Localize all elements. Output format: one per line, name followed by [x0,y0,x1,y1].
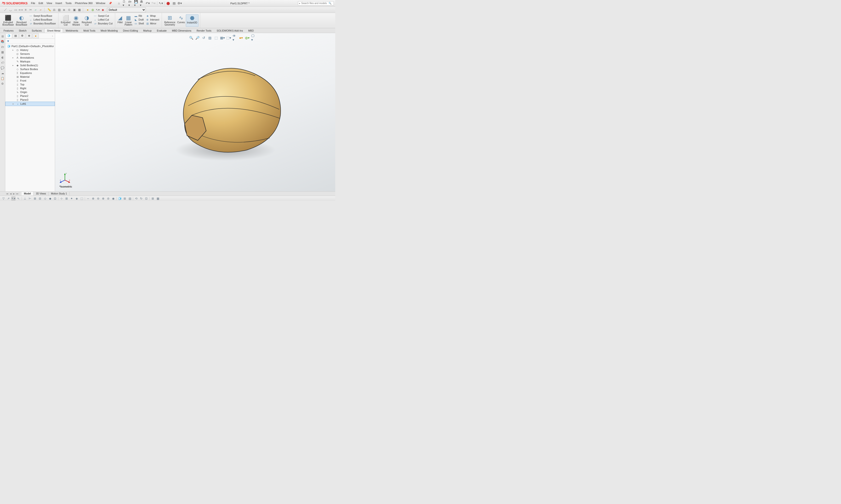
qat-dim-icon[interactable]: ⟷ [18,8,23,12]
zoom-area-icon[interactable]: 🔎 [195,35,200,40]
mirror-button[interactable]: ▥Mirror [146,22,159,25]
sb-misc6-icon[interactable]: ◉ [111,197,115,200]
zoom-fit-icon[interactable]: 🔍 [189,35,194,40]
extruded-boss-button[interactable]: ⬛ExtrudedBoss/Base [1,14,15,27]
qat-display-icon[interactable]: ◆ [101,8,105,12]
tab-moldtools[interactable]: Mold Tools [81,28,98,33]
qat-datum-icon[interactable]: ▣ [72,8,76,12]
menu-photoview[interactable]: PhotoView 360 [75,2,93,5]
btab-next-icon[interactable]: ▶ [13,193,16,195]
rail-file-explorer-icon[interactable]: 🗁 [1,45,4,49]
display-state-select[interactable]: Default [107,7,146,12]
menu-view[interactable]: View [47,2,52,5]
bottom-tab-3dviews[interactable]: 3D Views [34,192,49,195]
rail-custom-props-icon[interactable]: 🏷 [1,61,4,65]
tab-rendertools[interactable]: Render Tools [194,28,214,33]
qat-balloon-icon[interactable]: ⊙ [67,8,71,12]
qat-arc-icon[interactable]: ◡ [8,8,13,12]
btab-first-icon[interactable]: ⏮ [6,193,9,195]
bottom-tab-model[interactable]: Model [21,192,34,195]
tree-item-equations[interactable]: ΣEquations [5,71,55,75]
sb-grid3-icon[interactable]: ✦ [70,197,73,200]
sb-end2-icon[interactable]: ▦ [156,197,160,200]
options-panel-icon[interactable]: ▤ [172,1,176,5]
extruded-cut-button[interactable]: ⬜ExtrudedCut [60,14,71,27]
sb-snap5-icon[interactable]: ◇ [43,197,47,200]
tree-item-sensors[interactable]: ◎Sensors [5,52,55,56]
section-view-icon[interactable]: ▨ [208,35,212,40]
search-box[interactable]: ▸ 🔍 [298,1,334,5]
tab-directediting[interactable]: Direct Editing [120,28,141,33]
rail-cloud-icon[interactable]: ☁ [1,71,4,75]
rebuild-icon[interactable]: ⬤ [166,1,171,5]
tree-item-plane2[interactable]: ▯Plane2 [5,94,55,98]
rail-view-palette-icon[interactable]: ▦ [1,50,4,54]
boundary-boss-button[interactable]: ▱Boundary Boss/Base [29,22,56,25]
linear-pattern-button[interactable]: ▦LinearPattern [123,14,133,27]
rail-appearances-icon[interactable]: ◐ [1,55,4,59]
tab-features[interactable]: Features [1,28,16,33]
rib-button[interactable]: ▬Rib [134,14,144,18]
tree-tab-display-icon[interactable]: ● [33,34,39,38]
select-icon[interactable]: ↖▾ [159,1,163,5]
settings-icon[interactable]: ⚙▾ [178,1,182,5]
apply-scene-icon[interactable]: ●▾ [239,35,243,40]
tree-item-annotations[interactable]: ▸AAnnotations [5,56,55,59]
sb-cursor-icon[interactable]: ↖▾ [12,197,15,200]
tree-filter[interactable]: ▼ [5,39,55,44]
qat-rect-icon[interactable]: ▭ [13,8,18,12]
menu-file[interactable]: File [31,2,35,5]
tree-item-history[interactable]: ▸◷History [5,48,55,52]
undo-icon[interactable]: ↶▾ [145,1,150,5]
sb-part-icon[interactable]: 🧊 [118,197,122,200]
home-icon[interactable]: ⌂ [117,1,121,5]
tab-weldments[interactable]: Weldments [63,28,81,33]
qat-rel-icon[interactable]: ≡ [23,8,28,12]
menu-window[interactable]: Window [96,2,105,5]
tree-item-origin[interactable]: ↳Origin [5,90,55,94]
qat-select-icon[interactable]: ↖▾ [96,8,100,12]
tree-item-plane3[interactable]: ▯Plane3 [5,98,55,102]
open-doc-icon[interactable]: 🗁▾ [128,1,133,5]
tree-tab-feature-icon[interactable]: 🧊 [6,34,12,38]
instant3d-button[interactable]: ⬣Instant3D [186,14,199,27]
tree-tab-dim-icon[interactable]: ⊕ [26,34,32,38]
tree-item-markups[interactable]: ✎Markups [5,59,55,64]
qat-note-icon[interactable]: 🗈 [62,8,66,12]
qat-sketch-icon[interactable]: ⌐ [34,8,38,12]
tree-collapse-icon[interactable]: › [51,34,54,37]
tree-item-surface-bodies[interactable]: ◇Surface Bodies [5,67,55,71]
hide-show-icon[interactable]: ⬚▾ [226,35,231,40]
view-triad[interactable]: Y X Z [59,172,70,183]
expand-icon[interactable]: ▸ [13,103,15,105]
sb-rebuild-icon[interactable]: ↻ [139,197,143,200]
expand-icon[interactable]: ▸ [13,49,15,51]
tab-evaluate[interactable]: Evaluate [154,28,169,33]
screen-capture-icon[interactable]: 🖵▾ [251,35,256,40]
sb-unit-icon[interactable]: ⟲ [134,197,138,200]
new-doc-icon[interactable]: 🗋▾ [123,1,127,5]
draft-button[interactable]: ◣Draft [134,18,144,21]
sb-snap1-icon[interactable]: ⊥ [23,197,27,200]
sb-misc4-icon[interactable]: ⊗ [101,197,105,200]
graphics-viewport[interactable]: 🔍 🔎 ↺ ▨ ⬚ ▦▾ ⬚▾ 👁▾ ●▾ ◍▾ 🖵▾ [55,33,335,191]
rail-design-lib-icon[interactable]: 📚 [1,40,4,43]
pin-icon[interactable]: 📌 [109,2,112,5]
menu-insert[interactable]: Insert [55,2,62,5]
btab-prev-icon[interactable]: ◀ [9,193,13,195]
lofted-boss-button[interactable]: ⬨Lofted Boss/Base [29,18,56,21]
revolved-boss-button[interactable]: ◐RevolvedBoss/Base [15,14,28,27]
sb-grid1-icon[interactable]: ⊹ [59,197,64,200]
qat-appearance-icon[interactable]: ● [85,8,90,12]
intersect-button[interactable]: ⊕Intersect [146,18,159,21]
rail-forum-icon[interactable]: 💬 [1,66,4,70]
tree-item-solid-bodies-1-[interactable]: ▸◆Solid Bodies(1) [5,64,55,67]
sb-draw-icon[interactable]: ▤ [128,197,132,200]
tree-item-front[interactable]: ▯Front [5,79,55,83]
rail-clipboard-icon[interactable]: 📋 [1,76,4,80]
qat-mass-icon[interactable]: ⚖ [52,8,56,12]
qat-line-icon[interactable]: ／ [3,8,8,12]
tree-item-loft1[interactable]: ▸⬨Loft1 [5,102,55,106]
tab-sheetmetal[interactable]: Sheet Metal [44,28,63,33]
expand-icon[interactable]: ▸ [13,56,15,59]
